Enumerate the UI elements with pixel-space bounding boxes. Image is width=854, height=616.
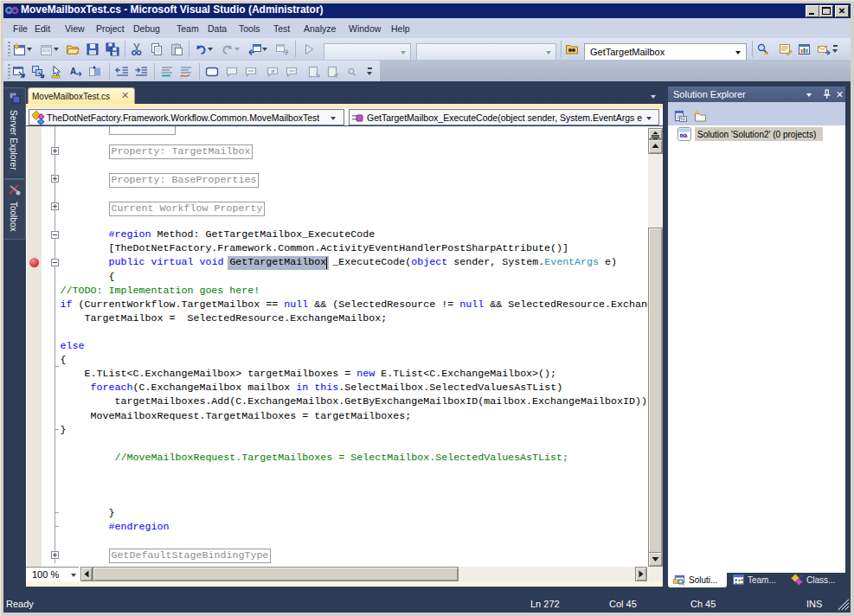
svg-text:A: A (70, 67, 76, 76)
